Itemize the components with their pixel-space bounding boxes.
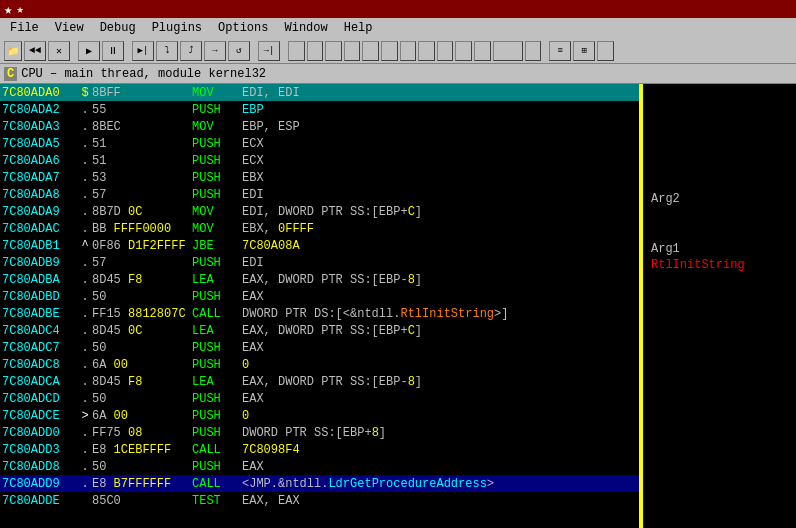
btn-step4[interactable]: → [204, 41, 226, 61]
table-row[interactable]: 7C80ADA7 . 53 PUSH EBX [0, 169, 639, 186]
bytes: 57 [92, 256, 192, 270]
mnemonic: MOV [192, 222, 242, 236]
btn-list2[interactable]: ⊞ [573, 41, 595, 61]
btn-M[interactable]: M [325, 41, 342, 61]
table-row[interactable]: 7C80ADCD . 50 PUSH EAX [0, 390, 639, 407]
btn-list1[interactable]: ≡ [549, 41, 571, 61]
marker: . [78, 188, 92, 202]
operands: 7C80A08A [242, 239, 639, 253]
operands: EAX, EAX [242, 494, 639, 508]
table-row[interactable]: 7C80ADB1 ^ 0F86 D1F2FFFF JBE 7C80A08A [0, 237, 639, 254]
bytes: 6A 00 [92, 409, 192, 423]
btn-help[interactable]: ? [597, 41, 614, 61]
table-row[interactable]: 7C80ADD9 . E8 B7FFFFFF CALL <JMP.&ntdll.… [0, 475, 639, 492]
marker: . [78, 375, 92, 389]
table-row[interactable]: 7C80ADCE > 6A 00 PUSH 0 [0, 407, 639, 424]
menu-debug[interactable]: Debug [92, 19, 144, 37]
bytes: E8 1CEBFFFF [92, 443, 192, 457]
btn-B[interactable]: B [455, 41, 472, 61]
table-row[interactable]: 7C80ADB9 . 57 PUSH EDI [0, 254, 639, 271]
mnemonic: JBE [192, 239, 242, 253]
table-row[interactable]: 7C80ADBD . 50 PUSH EAX [0, 288, 639, 305]
bytes: 8D45 F8 [92, 375, 192, 389]
table-row[interactable]: 7C80ADA3 . 8BEC MOV EBP, ESP [0, 118, 639, 135]
btn-pause[interactable]: ⏸ [102, 41, 124, 61]
table-row[interactable]: 7C80ADDE 85C0 TEST EAX, EAX [0, 492, 639, 509]
table-row[interactable]: 7C80ADD8 . 50 PUSH EAX [0, 458, 639, 475]
table-row[interactable]: 7C80ADA6 . 51 PUSH ECX [0, 152, 639, 169]
addr: 7C80ADCE [0, 409, 78, 423]
mnemonic: PUSH [192, 171, 242, 185]
bytes: 8BFF [92, 86, 192, 100]
marker: . [78, 460, 92, 474]
table-row[interactable]: 7C80ADAC . BB FFFF0000 MOV EBX, 0FFFF [0, 220, 639, 237]
operands: <JMP.&ntdll.LdrGetProcedureAddress> [242, 477, 639, 491]
mnemonic: LEA [192, 324, 242, 338]
table-row[interactable]: 7C80ADC4 . 8D45 0C LEA EAX, DWORD PTR SS… [0, 322, 639, 339]
menu-options[interactable]: Options [210, 19, 276, 37]
addr: 7C80ADA8 [0, 188, 78, 202]
marker: . [78, 443, 92, 457]
btn-dots[interactable]: ... [493, 41, 523, 61]
main-content: 7C80ADA0 $ 8BFF MOV EDI, EDI 7C80ADA2 . … [0, 84, 796, 528]
code-panel[interactable]: 7C80ADA0 $ 8BFF MOV EDI, EDI 7C80ADA2 . … [0, 84, 641, 528]
table-row[interactable]: 7C80ADA9 . 8B7D 0C MOV EDI, DWORD PTR SS… [0, 203, 639, 220]
bytes: 0F86 D1F2FFFF [92, 239, 192, 253]
table-row[interactable]: 7C80ADA2 . 55 PUSH EBP [0, 101, 639, 118]
menu-file[interactable]: File [2, 19, 47, 37]
menu-view[interactable]: View [47, 19, 92, 37]
table-row[interactable]: 7C80ADD3 . E8 1CEBFFFF CALL 7C8098F4 [0, 441, 639, 458]
btn-open[interactable]: 📁 [4, 41, 22, 61]
menu-plugins[interactable]: Plugins [144, 19, 210, 37]
btn-H[interactable]: H [381, 41, 398, 61]
btn-stop[interactable]: ✕ [48, 41, 70, 61]
table-row[interactable]: 7C80ADD0 . FF75 08 PUSH DWORD PTR SS:[EB… [0, 424, 639, 441]
bytes: 8D45 F8 [92, 273, 192, 287]
marker: . [78, 256, 92, 270]
btn-slash[interactable]: / [418, 41, 435, 61]
btn-W[interactable]: W [362, 41, 379, 61]
marker: . [78, 426, 92, 440]
menu-window[interactable]: Window [276, 19, 335, 37]
menu-bar: File View Debug Plugins Options Window H… [0, 18, 796, 38]
btn-step3[interactable]: ⤴ [180, 41, 202, 61]
table-row[interactable]: 7C80ADBA . 8D45 F8 LEA EAX, DWORD PTR SS… [0, 271, 639, 288]
c-label: C [4, 67, 17, 81]
btn-E[interactable]: E [307, 41, 324, 61]
addr: 7C80ADBE [0, 307, 78, 321]
table-row[interactable]: 7C80ADA0 $ 8BFF MOV EDI, EDI [0, 84, 639, 101]
table-row[interactable]: 7C80ADC8 . 6A 00 PUSH 0 [0, 356, 639, 373]
bytes: E8 B7FFFFFF [92, 477, 192, 491]
marker: . [78, 341, 92, 355]
btn-R[interactable]: R [474, 41, 491, 61]
btn-L[interactable]: L [288, 41, 305, 61]
btn-step2[interactable]: ⤵ [156, 41, 178, 61]
btn-C[interactable]: C [400, 41, 417, 61]
marker: . [78, 137, 92, 151]
operands: EDI, DWORD PTR SS:[EBP+C] [242, 205, 639, 219]
marker: . [78, 392, 92, 406]
operands: EAX [242, 290, 639, 304]
addr: 7C80ADA9 [0, 205, 78, 219]
table-row[interactable]: 7C80ADA5 . 51 PUSH ECX [0, 135, 639, 152]
table-row[interactable]: 7C80ADCA . 8D45 F8 LEA EAX, DWORD PTR SS… [0, 373, 639, 390]
table-row[interactable]: 7C80ADA8 . 57 PUSH EDI [0, 186, 639, 203]
btn-animate[interactable]: ↺ [228, 41, 250, 61]
mnemonic: PUSH [192, 154, 242, 168]
btn-K[interactable]: K [437, 41, 454, 61]
btn-T[interactable]: T [344, 41, 361, 61]
btn-S[interactable]: S [525, 41, 542, 61]
bytes: 51 [92, 137, 192, 151]
addr: 7C80ADA2 [0, 103, 78, 117]
side-panel: Arg2 Arg1 RtlInitString [641, 84, 796, 528]
btn-rewind[interactable]: ◄◄ [24, 41, 46, 61]
table-row[interactable]: 7C80ADC7 . 50 PUSH EAX [0, 339, 639, 356]
btn-goto[interactable]: →| [258, 41, 280, 61]
marker: . [78, 477, 92, 491]
btn-step1[interactable]: ▶| [132, 41, 154, 61]
addr: 7C80ADD8 [0, 460, 78, 474]
menu-help[interactable]: Help [336, 19, 381, 37]
addr: 7C80ADAC [0, 222, 78, 236]
table-row[interactable]: 7C80ADBE . FF15 8812807C CALL DWORD PTR … [0, 305, 639, 322]
btn-play[interactable]: ▶ [78, 41, 100, 61]
